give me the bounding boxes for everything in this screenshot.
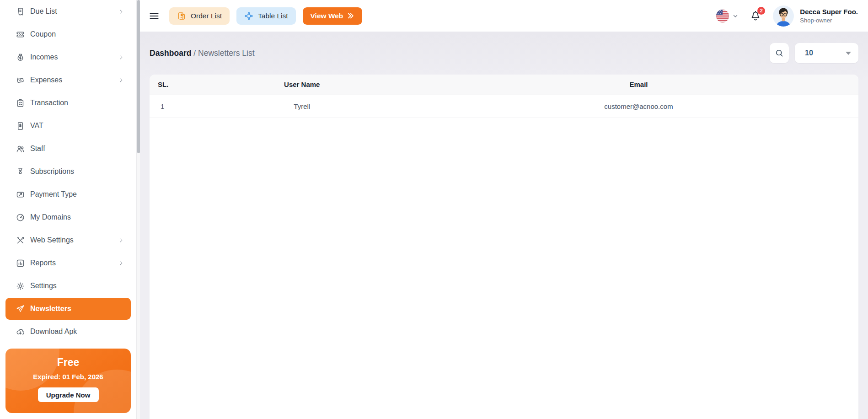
sidebar-item-transaction[interactable]: Transaction — [0, 91, 136, 114]
subscriptions-icon — [16, 167, 25, 177]
breadcrumb: Dashboard / Newsletters List — [150, 48, 255, 58]
sidebar-item-newsletters[interactable]: Newsletters — [5, 298, 131, 320]
view-web-button[interactable]: View Web — [303, 7, 363, 25]
sidebar-item-my-domains[interactable]: My Domains — [0, 206, 136, 229]
column-header-sl: SL. — [150, 75, 185, 95]
sidebar: Due ListCouponIncomesExpensesTransaction… — [0, 0, 136, 419]
reports-icon — [16, 258, 25, 268]
hamburger-menu-button[interactable] — [146, 9, 162, 23]
table-list-icon — [244, 11, 253, 21]
chevron-right-icon — [118, 260, 124, 267]
table-row: 1Tyrellcustomer@acnoo.com — [150, 95, 858, 118]
sidebar-item-staff[interactable]: Staff — [0, 137, 136, 160]
upgrade-now-button[interactable]: Upgrade Now — [38, 387, 99, 402]
sidebar-item-label: Subscriptions — [30, 167, 74, 176]
sidebar-item-web-settings[interactable]: Web Settings — [0, 229, 136, 252]
breadcrumb-separator: / — [193, 48, 198, 58]
sidebar-nav: Due ListCouponIncomesExpensesTransaction… — [0, 0, 136, 343]
sidebar-item-expenses[interactable]: Expenses — [0, 69, 136, 91]
cloud-download-icon — [16, 327, 25, 337]
transaction-icon — [16, 98, 25, 108]
per-page-select[interactable]: 10 — [795, 43, 858, 63]
sidebar-item-label: My Domains — [30, 213, 71, 221]
quick-action-label: Table List — [258, 12, 288, 20]
plan-expiry-date: Expired: 01 Feb, 2026 — [5, 373, 131, 381]
sidebar-item-subscriptions[interactable]: Subscriptions — [0, 160, 136, 183]
table-list-button[interactable]: Table List — [236, 7, 295, 25]
sidebar-item-label: Download Apk — [30, 328, 77, 336]
column-header-user-name: User Name — [185, 75, 419, 95]
sidebar-item-label: Settings — [30, 282, 57, 290]
sidebar-item-payment-type[interactable]: Payment Type — [0, 183, 136, 206]
table-controls: 10 — [770, 43, 858, 63]
domains-icon — [16, 213, 25, 222]
notification-badge: 2 — [757, 7, 765, 15]
coupon-icon — [16, 30, 25, 39]
user-info: Decca Super Foo. Shop-owner — [800, 8, 858, 24]
sidebar-item-label: VAT — [30, 122, 43, 130]
invoice-icon — [16, 7, 25, 16]
app-root: Due ListCouponIncomesExpensesTransaction… — [0, 0, 868, 419]
user-role: Shop-owner — [800, 17, 858, 24]
plan-card: Free Expired: 01 Feb, 2026 Upgrade Now — [5, 349, 131, 413]
sidebar-item-label: Newsletters — [30, 305, 71, 313]
user-name-cell: Tyrell — [185, 95, 419, 118]
sidebar-item-label: Web Settings — [30, 236, 74, 244]
order-list-icon — [177, 11, 186, 21]
us-flag-icon — [716, 9, 729, 23]
sidebar-item-due-list[interactable]: Due List — [0, 0, 136, 23]
user-name: Decca Super Foo. — [800, 8, 858, 16]
column-header-email: Email — [419, 75, 858, 95]
sidebar-item-label: Staff — [30, 145, 45, 153]
sidebar-item-vat[interactable]: VAT — [0, 114, 136, 137]
sidebar-item-download-apk[interactable]: Download Apk — [0, 320, 136, 343]
sidebar-item-label: Incomes — [30, 53, 58, 61]
sl-cell: 1 — [150, 95, 185, 118]
sidebar-item-label: Coupon — [30, 30, 56, 38]
topbar-right: 2 — [716, 5, 858, 27]
double-chevron-right-icon — [347, 12, 354, 20]
content: Dashboard / Newsletters List 10 — [140, 32, 868, 419]
language-selector[interactable] — [716, 9, 739, 23]
sidebar-item-reports[interactable]: Reports — [0, 252, 136, 274]
web-settings-icon — [16, 236, 25, 245]
quick-action-label: View Web — [311, 12, 343, 20]
page-head: Dashboard / Newsletters List 10 — [150, 32, 858, 75]
breadcrumb-dashboard[interactable]: Dashboard — [150, 48, 191, 58]
sidebar-scrollbar[interactable] — [136, 0, 140, 419]
breadcrumb-current: Newsletters List — [198, 48, 255, 58]
quick-action-label: Order List — [191, 12, 222, 20]
sidebar-item-label: Expenses — [30, 76, 62, 84]
sidebar-item-incomes[interactable]: Incomes — [0, 46, 136, 69]
notifications-button[interactable]: 2 — [750, 10, 761, 22]
topbar-quick-actions: Order ListTable ListView Web — [169, 7, 362, 25]
sidebar-item-label: Due List — [30, 7, 57, 16]
chevron-right-icon — [118, 54, 124, 61]
paper-plane-icon — [16, 304, 25, 314]
payment-type-icon — [16, 190, 25, 199]
sidebar-item-label: Payment Type — [30, 190, 77, 199]
newsletters-table-card: SL.User NameEmail 1Tyrellcustomer@acnoo.… — [150, 75, 858, 419]
per-page-value: 10 — [805, 49, 813, 57]
sidebar-item-settings[interactable]: Settings — [0, 274, 136, 297]
sidebar-item-coupon[interactable]: Coupon — [0, 23, 136, 46]
chevron-right-icon — [118, 237, 124, 244]
plan-name: Free — [5, 356, 131, 369]
vat-icon — [16, 121, 25, 131]
avatar — [772, 5, 794, 27]
plan-card-decor-circle — [5, 349, 59, 391]
chevron-right-icon — [118, 8, 124, 15]
income-icon — [16, 53, 25, 62]
chevron-right-icon — [118, 77, 124, 84]
email-cell: customer@acnoo.com — [419, 95, 858, 118]
search-button[interactable] — [770, 43, 789, 63]
search-icon — [775, 48, 784, 58]
topbar: Order ListTable ListView Web — [140, 0, 868, 32]
main-area: Order ListTable ListView Web — [140, 0, 868, 419]
chevron-down-icon — [732, 13, 739, 19]
staff-icon — [16, 144, 25, 154]
newsletters-table: SL.User NameEmail 1Tyrellcustomer@acnoo.… — [150, 75, 858, 118]
user-profile[interactable]: Decca Super Foo. Shop-owner — [772, 5, 858, 27]
order-list-button[interactable]: Order List — [169, 7, 230, 25]
caret-down-icon — [846, 52, 851, 55]
